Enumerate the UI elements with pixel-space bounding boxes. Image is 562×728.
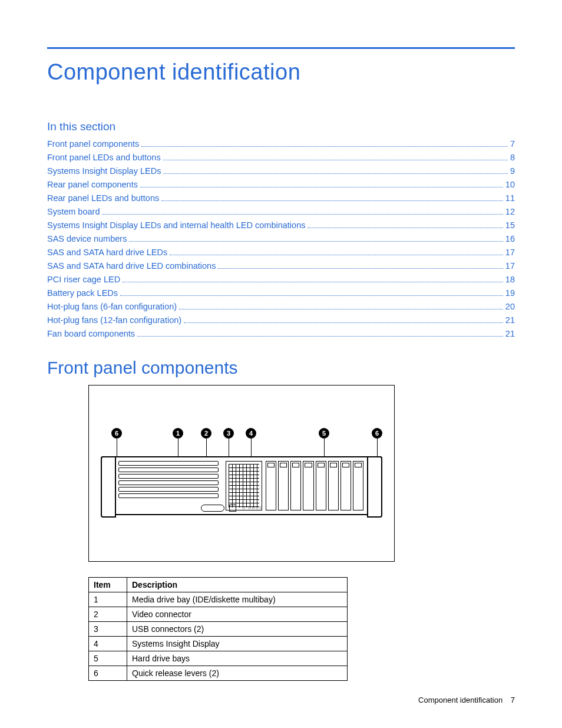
toc-entry-label: Hot-plug fans (12-fan configuration)	[47, 314, 181, 327]
toc-leader-dots	[163, 173, 508, 174]
callout-leader-line	[178, 439, 178, 456]
table-header-description: Description	[127, 578, 348, 592]
table-cell-item: 3	[89, 622, 127, 637]
toc-entry[interactable]: PCI riser cage LED18	[47, 274, 515, 286]
front-panel-diagram: 6123456 ○ ○○○○	[88, 385, 395, 562]
table-row: 6Quick release levers (2)	[89, 666, 348, 681]
toc-entry-label: PCI riser cage LED	[47, 274, 120, 286]
toc-leader-dots	[184, 322, 503, 323]
toc-entry-label: SAS and SATA hard drive LEDs	[47, 246, 167, 259]
callout-number: 2	[204, 430, 208, 437]
table-cell-item: 1	[89, 592, 127, 607]
toc-leader-dots	[129, 241, 503, 242]
toc-entry-label: Systems Insight Display LEDs and interna…	[47, 219, 305, 232]
table-header-item: Item	[89, 578, 127, 592]
table-row: 4Systems Insight Display	[89, 637, 348, 651]
port-dots: ○ ○○○○	[242, 505, 263, 510]
toc-leader-dots	[141, 146, 508, 147]
toc-entry[interactable]: SAS and SATA hard drive LEDs17	[47, 246, 515, 259]
figure-area: 6123456 ○ ○○○○	[88, 385, 395, 681]
callout-marker: 2	[201, 428, 211, 439]
front-io-row: ○ ○○○○	[118, 505, 266, 512]
quick-release-lever-left	[101, 456, 116, 518]
callout-marker: 6	[372, 428, 382, 439]
callout-marker: 5	[319, 428, 329, 439]
toc-entry-label: Systems Insight Display LEDs	[47, 165, 161, 177]
toc-leader-dots	[161, 200, 503, 201]
toc-entry-label: Hot-plug fans (6-fan configuration)	[47, 301, 177, 313]
toc-entry-label: Battery pack LEDs	[47, 287, 118, 299]
table-cell-item: 5	[89, 651, 127, 666]
toc-entry[interactable]: Rear panel LEDs and buttons11	[47, 192, 515, 205]
toc-entry[interactable]: Fan board components21	[47, 328, 515, 340]
toc-entry-page: 17	[505, 246, 515, 259]
table-row: 1Media drive bay (IDE/diskette multibay)	[89, 592, 348, 607]
hard-drive-bays	[266, 461, 363, 510]
document-page: Component identification In this section…	[0, 0, 562, 728]
callout-leader-line	[251, 439, 252, 456]
toc-entry-label: SAS and SATA hard drive LED combinations	[47, 260, 216, 272]
toc-entry-page: 21	[505, 314, 515, 327]
callout-marker: 6	[111, 428, 122, 439]
toc-entry[interactable]: SAS device numbers16	[47, 233, 515, 245]
table-cell-description: Systems Insight Display	[127, 637, 348, 651]
callout-marker: 1	[173, 428, 183, 439]
table-cell-description: USB connectors (2)	[127, 622, 348, 637]
toc-leader-dots	[120, 295, 503, 296]
callout-leader-line	[377, 439, 378, 456]
toc-entry[interactable]: Hot-plug fans (6-fan configuration)20	[47, 301, 515, 313]
callout-marker: 3	[223, 428, 234, 439]
toc-entry-page: 18	[505, 274, 515, 286]
table-cell-description: Video connector	[127, 607, 348, 622]
server-chassis: ○ ○○○○	[101, 456, 382, 515]
footer-page-number: 7	[511, 696, 515, 704]
callout-number: 6	[115, 430, 118, 437]
toc-entry-page: 10	[505, 179, 515, 191]
vent-grille	[118, 461, 219, 502]
table-row: 2Video connector	[89, 607, 348, 622]
table-row: 5Hard drive bays	[89, 651, 348, 666]
toc-entry-page: 21	[505, 328, 515, 340]
toc-entry-page: 17	[505, 260, 515, 272]
toc-entry-page: 19	[505, 287, 515, 299]
toc-entry-page: 15	[505, 219, 515, 232]
toc-entry-page: 8	[510, 151, 515, 164]
toc-entry[interactable]: Hot-plug fans (12-fan configuration)21	[47, 314, 515, 327]
toc-entry-page: 11	[505, 192, 515, 205]
table-cell-description: Media drive bay (IDE/diskette multibay)	[127, 592, 348, 607]
callout-leader-line	[229, 439, 229, 456]
table-cell-description: Quick release levers (2)	[127, 666, 348, 681]
toc-entry[interactable]: Battery pack LEDs19	[47, 287, 515, 299]
toc-leader-dots	[102, 214, 503, 215]
systems-insight-display	[226, 461, 262, 510]
toc-entry[interactable]: Systems Insight Display LEDs9	[47, 165, 515, 177]
toc-leader-dots	[218, 268, 503, 269]
component-table: Item Description 1Media drive bay (IDE/d…	[88, 577, 348, 681]
toc-leader-dots	[308, 228, 503, 228]
toc-entry[interactable]: System board12	[47, 206, 515, 218]
toc-entry[interactable]: Systems Insight Display LEDs and interna…	[47, 219, 515, 232]
toc-entry-label: Front panel components	[47, 138, 139, 150]
callout-leader-line	[324, 439, 325, 456]
video-usb-ports	[229, 505, 236, 512]
quick-release-lever-right	[367, 456, 382, 518]
toc-entry[interactable]: Front panel components7	[47, 138, 515, 150]
toc-entry-label: Rear panel LEDs and buttons	[47, 192, 159, 205]
toc-entry[interactable]: Front panel LEDs and buttons8	[47, 151, 515, 164]
toc-entry[interactable]: Rear panel components10	[47, 179, 515, 191]
toc-leader-dots	[140, 187, 503, 187]
table-row: 3USB connectors (2)	[89, 622, 348, 637]
media-drive-bay	[201, 505, 224, 512]
table-cell-description: Hard drive bays	[127, 651, 348, 666]
toc-entry-page: 7	[510, 138, 515, 150]
table-cell-item: 6	[89, 666, 127, 681]
toc-entry[interactable]: SAS and SATA hard drive LED combinations…	[47, 260, 515, 272]
toc-leader-dots	[123, 282, 503, 282]
page-title: Component identification	[47, 60, 515, 85]
toc-entry-page: 16	[505, 233, 515, 245]
toc-entry-label: System board	[47, 206, 100, 218]
toc-heading: In this section	[47, 120, 515, 133]
toc-leader-dots	[137, 336, 503, 337]
toc-entry-label: SAS device numbers	[47, 233, 127, 245]
callout-leader-line	[117, 439, 117, 456]
